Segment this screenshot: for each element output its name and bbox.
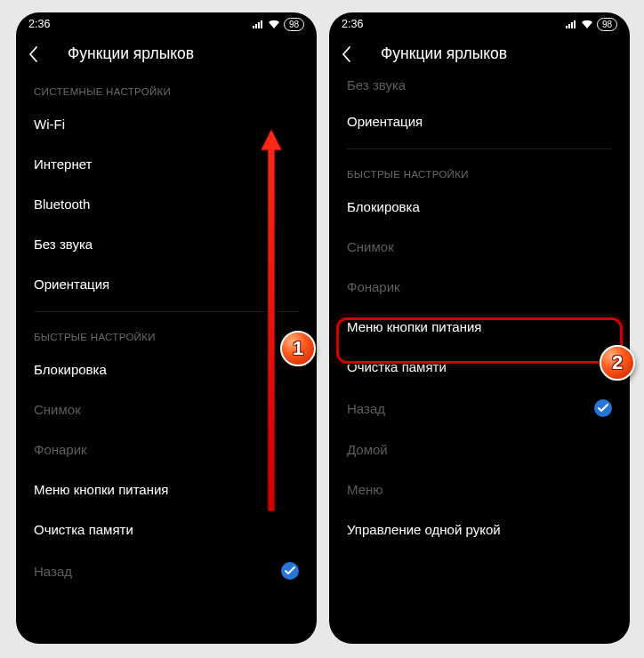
status-bar: 2:36 98 — [329, 12, 630, 36]
annotation-badge-1: 1 — [280, 331, 316, 366]
check-icon — [594, 399, 612, 417]
item-clear-memory[interactable]: Очистка памяти — [16, 510, 317, 550]
item-orientation[interactable]: Ориентация — [329, 101, 630, 141]
header: Функции ярлыков — [16, 36, 317, 74]
phone-right: 2:36 98 Функции ярлыков Без звука Ориент… — [329, 12, 630, 644]
item-label: Назад — [347, 401, 385, 416]
item-one-hand[interactable]: Управление одной рукой — [329, 510, 630, 550]
item-no-sound-cut[interactable]: Без звука — [329, 74, 630, 101]
battery-indicator: 98 — [284, 18, 304, 31]
section-system: СИСТЕМНЫЕ НАСТРОЙКИ — [16, 74, 317, 104]
page-title: Функции ярлыков — [381, 44, 507, 63]
annotation-arrow — [258, 129, 285, 515]
battery-indicator: 98 — [597, 18, 617, 31]
item-lock[interactable]: Блокировка — [329, 187, 630, 227]
check-icon — [281, 562, 299, 580]
item-back[interactable]: Назад — [329, 387, 630, 429]
item-flashlight[interactable]: Фонарик — [329, 267, 630, 307]
signal-icon — [252, 20, 264, 29]
status-bar: 2:36 98 — [16, 12, 317, 36]
scroll-area[interactable]: Без звука Ориентация БЫСТРЫЕ НАСТРОЙКИ Б… — [329, 74, 630, 639]
item-menu[interactable]: Меню — [329, 469, 630, 510]
item-home[interactable]: Домой — [329, 429, 630, 469]
item-power-menu[interactable]: Меню кнопки питания — [329, 307, 630, 347]
status-time: 2:36 — [28, 18, 50, 30]
section-quick: БЫСТРЫЕ НАСТРОЙКИ — [329, 156, 630, 187]
signal-icon — [565, 20, 577, 29]
back-button[interactable] — [342, 46, 366, 62]
back-button[interactable] — [28, 46, 53, 62]
wifi-icon — [268, 20, 280, 29]
status-right: 98 — [252, 18, 304, 31]
wifi-icon — [581, 20, 593, 29]
item-back[interactable]: Назад — [16, 550, 317, 592]
item-screenshot[interactable]: Снимок — [329, 227, 630, 267]
annotation-badge-2: 2 — [600, 345, 635, 381]
item-label: Назад — [34, 564, 72, 579]
status-right: 98 — [565, 18, 617, 31]
page-title: Функции ярлыков — [68, 44, 194, 63]
header: Функции ярлыков — [329, 36, 630, 74]
status-time: 2:36 — [342, 18, 363, 30]
item-clear-memory[interactable]: Очистка памяти — [329, 347, 630, 387]
divider — [347, 148, 612, 149]
